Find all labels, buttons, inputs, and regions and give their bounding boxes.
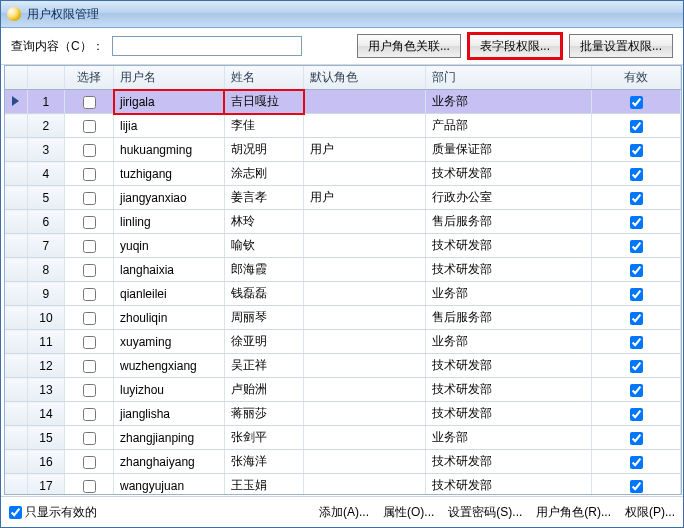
cell-role[interactable] [304,114,426,138]
row-select-checkbox[interactable] [83,480,96,493]
row-valid-checkbox[interactable] [630,384,643,397]
row-select-checkbox[interactable] [83,336,96,349]
row-select-checkbox[interactable] [83,168,96,181]
table-row[interactable]: 10zhouliqin周丽琴售后服务部 [5,306,681,330]
cell-role[interactable]: 用户 [304,186,426,210]
row-select-checkbox[interactable] [83,408,96,421]
cell-realname[interactable]: 郎海霞 [224,258,304,282]
cell-realname[interactable]: 涂志刚 [224,162,304,186]
row-valid-checkbox[interactable] [630,96,643,109]
row-valid-checkbox[interactable] [630,408,643,421]
row-select-checkbox[interactable] [83,288,96,301]
cell-department[interactable]: 技术研发部 [426,450,592,474]
cell-role[interactable] [304,330,426,354]
footer-permission[interactable]: 权限(P)... [625,504,675,521]
row-select-checkbox[interactable] [83,456,96,469]
cell-role[interactable] [304,450,426,474]
cell-role[interactable] [304,258,426,282]
cell-realname[interactable]: 徐亚明 [224,330,304,354]
cell-department[interactable]: 技术研发部 [426,474,592,496]
cell-username[interactable]: jianglisha [114,402,225,426]
cell-department[interactable]: 售后服务部 [426,306,592,330]
row-select-checkbox[interactable] [83,240,96,253]
row-valid-checkbox[interactable] [630,144,643,157]
cell-department[interactable]: 产品部 [426,114,592,138]
cell-username[interactable]: wuzhengxiang [114,354,225,378]
table-row[interactable]: 1jirigala吉日嘎拉业务部 [5,90,681,114]
cell-department[interactable]: 行政办公室 [426,186,592,210]
cell-role[interactable]: 用户 [304,138,426,162]
row-select-checkbox[interactable] [83,96,96,109]
col-default-role[interactable]: 默认角色 [304,66,426,90]
row-valid-checkbox[interactable] [630,120,643,133]
table-row[interactable]: 6linling林玲售后服务部 [5,210,681,234]
row-select-checkbox[interactable] [83,120,96,133]
cell-realname[interactable]: 李佳 [224,114,304,138]
row-select-checkbox[interactable] [83,432,96,445]
footer-add[interactable]: 添加(A)... [319,504,369,521]
row-valid-checkbox[interactable] [630,312,643,325]
row-select-checkbox[interactable] [83,264,96,277]
row-valid-checkbox[interactable] [630,288,643,301]
table-row[interactable]: 4tuzhigang涂志刚技术研发部 [5,162,681,186]
row-select-checkbox[interactable] [83,216,96,229]
cell-role[interactable] [304,162,426,186]
cell-department[interactable]: 业务部 [426,282,592,306]
table-row[interactable]: 14jianglisha蒋丽莎技术研发部 [5,402,681,426]
row-valid-checkbox[interactable] [630,192,643,205]
cell-department[interactable]: 业务部 [426,330,592,354]
query-input[interactable] [112,36,302,56]
cell-role[interactable] [304,306,426,330]
footer-user-role[interactable]: 用户角色(R)... [536,504,611,521]
table-row[interactable]: 9qianleilei钱磊磊业务部 [5,282,681,306]
cell-username[interactable]: luyizhou [114,378,225,402]
cell-department[interactable]: 业务部 [426,426,592,450]
cell-role[interactable] [304,426,426,450]
cell-realname[interactable]: 周丽琴 [224,306,304,330]
cell-department[interactable]: 技术研发部 [426,234,592,258]
table-row[interactable]: 13luyizhou卢贻洲技术研发部 [5,378,681,402]
cell-role[interactable] [304,282,426,306]
row-valid-checkbox[interactable] [630,240,643,253]
footer-properties[interactable]: 属性(O)... [383,504,434,521]
row-valid-checkbox[interactable] [630,216,643,229]
cell-realname[interactable]: 喻钦 [224,234,304,258]
cell-username[interactable]: zhangjianping [114,426,225,450]
cell-realname[interactable]: 张剑平 [224,426,304,450]
cell-username[interactable]: wangyujuan [114,474,225,496]
cell-department[interactable]: 技术研发部 [426,402,592,426]
cell-username[interactable]: tuzhigang [114,162,225,186]
cell-username[interactable]: qianleilei [114,282,225,306]
only-valid-toggle[interactable]: 只显示有效的 [9,504,97,521]
row-select-checkbox[interactable] [83,384,96,397]
table-row[interactable]: 15zhangjianping张剑平业务部 [5,426,681,450]
cell-department[interactable]: 技术研发部 [426,378,592,402]
col-department[interactable]: 部门 [426,66,592,90]
table-row[interactable]: 7yuqin喻钦技术研发部 [5,234,681,258]
cell-realname[interactable]: 吉日嘎拉 [224,90,304,114]
table-row[interactable]: 11xuyaming徐亚明业务部 [5,330,681,354]
cell-username[interactable]: yuqin [114,234,225,258]
cell-role[interactable] [304,378,426,402]
table-row[interactable]: 3hukuangming胡况明用户质量保证部 [5,138,681,162]
only-valid-checkbox[interactable] [9,506,22,519]
col-valid[interactable]: 有效 [592,66,681,90]
titlebar[interactable]: 用户权限管理 [1,1,683,28]
cell-username[interactable]: lijia [114,114,225,138]
row-valid-checkbox[interactable] [630,336,643,349]
table-row[interactable]: 8langhaixia郎海霞技术研发部 [5,258,681,282]
col-select[interactable]: 选择 [65,66,114,90]
cell-department[interactable]: 售后服务部 [426,210,592,234]
col-realname[interactable]: 姓名 [224,66,304,90]
table-row[interactable]: 2lijia李佳产品部 [5,114,681,138]
table-row[interactable]: 17wangyujuan王玉娟技术研发部 [5,474,681,496]
user-role-link-button[interactable]: 用户角色关联... [357,34,461,58]
row-valid-checkbox[interactable] [630,168,643,181]
cell-role[interactable] [304,354,426,378]
cell-username[interactable]: zhouliqin [114,306,225,330]
row-valid-checkbox[interactable] [630,264,643,277]
row-select-checkbox[interactable] [83,312,96,325]
row-select-checkbox[interactable] [83,192,96,205]
col-username[interactable]: 用户名 [114,66,225,90]
cell-realname[interactable]: 胡况明 [224,138,304,162]
